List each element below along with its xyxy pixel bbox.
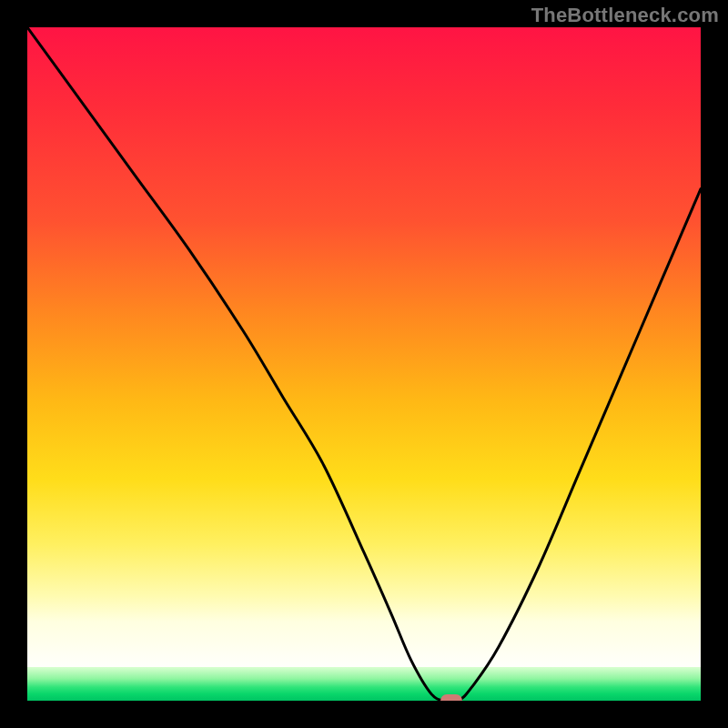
optimal-marker [440, 694, 462, 701]
watermark-text: TheBottleneck.com [531, 4, 719, 27]
plot-area [27, 27, 701, 701]
curve-path [27, 27, 701, 701]
chart-frame: TheBottleneck.com [0, 0, 728, 728]
bottleneck-curve [27, 27, 701, 701]
